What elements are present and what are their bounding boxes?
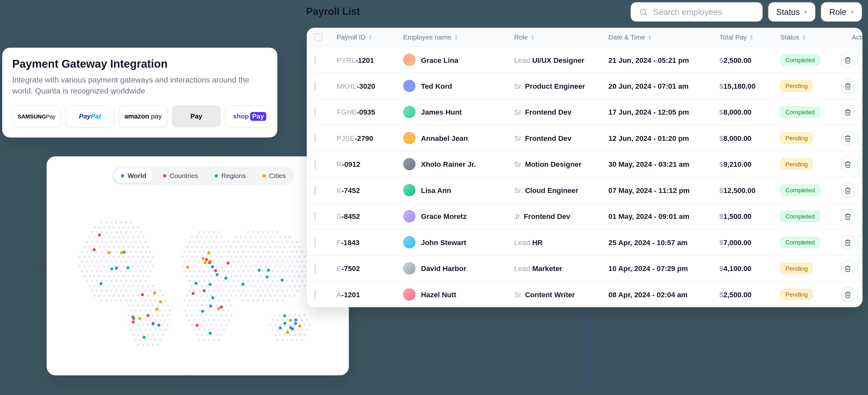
more-button[interactable] <box>858 53 863 67</box>
delete-button[interactable] <box>841 79 854 93</box>
map-tab-countries[interactable]: Countries <box>156 169 205 183</box>
th-payroll-id[interactable]: Payroll ID▴▾ <box>337 33 403 41</box>
svg-point-582 <box>142 304 144 307</box>
svg-point-316 <box>96 270 98 272</box>
svg-point-712 <box>286 329 288 331</box>
svg-point-243 <box>149 260 152 263</box>
th-status[interactable]: Status▴▾ <box>780 33 841 41</box>
row-checkbox[interactable] <box>314 264 315 273</box>
svg-point-141 <box>284 246 286 248</box>
delete-button[interactable] <box>841 287 854 302</box>
search-placeholder: Search employees <box>653 7 722 17</box>
payment-logo[interactable]: Pay <box>172 105 221 128</box>
row-checkbox[interactable] <box>314 211 315 221</box>
svg-point-189 <box>93 256 95 258</box>
svg-point-365 <box>137 275 139 277</box>
map-tab-cities[interactable]: Cities <box>256 169 292 183</box>
th-role[interactable]: Role▴▾ <box>514 33 608 41</box>
pay-cell: $8,000.00 <box>719 134 780 142</box>
more-button[interactable] <box>858 287 863 302</box>
svg-point-234 <box>105 260 107 263</box>
svg-point-511 <box>108 295 110 297</box>
payroll-table: Payroll ID▴▾ Employee name▴▾ Role▴▾ Date… <box>307 28 863 307</box>
svg-point-504 <box>281 290 283 292</box>
svg-point-600 <box>140 309 142 311</box>
map-tab-world[interactable]: World <box>114 169 153 183</box>
th-date-time[interactable]: Date & Time▴▾ <box>609 33 720 41</box>
row-checkbox[interactable] <box>314 290 315 299</box>
svg-point-385 <box>269 275 271 277</box>
filter-role[interactable]: Role ▾ <box>821 2 862 22</box>
svg-point-554 <box>140 299 142 302</box>
row-checkbox[interactable] <box>314 81 315 91</box>
delete-button[interactable] <box>841 183 854 197</box>
svg-point-798 <box>202 257 205 260</box>
delete-button[interactable] <box>841 53 854 67</box>
payment-logo[interactable]: SAMSUNG Pay <box>12 105 61 128</box>
payment-logo[interactable]: shopPay <box>225 105 267 128</box>
delete-button[interactable] <box>841 105 854 120</box>
svg-point-522 <box>162 295 164 297</box>
svg-point-772 <box>132 321 135 324</box>
more-button[interactable] <box>858 209 863 224</box>
delete-button[interactable] <box>841 131 854 145</box>
delete-button[interactable] <box>841 157 854 172</box>
more-button[interactable] <box>858 105 863 120</box>
svg-point-1 <box>105 221 107 223</box>
svg-point-122 <box>191 246 193 248</box>
more-button[interactable] <box>858 261 863 276</box>
payroll-id: A-1201 <box>337 290 403 298</box>
more-button[interactable] <box>858 157 863 172</box>
svg-point-423 <box>267 280 269 282</box>
svg-point-378 <box>235 275 237 277</box>
delete-button[interactable] <box>841 261 854 276</box>
row-checkbox[interactable] <box>314 238 315 247</box>
th-total-pay[interactable]: Total Pay▴▾ <box>719 33 780 41</box>
more-button[interactable] <box>858 79 863 93</box>
svg-point-481 <box>145 290 147 292</box>
svg-point-710 <box>276 329 279 331</box>
svg-point-818 <box>155 307 158 310</box>
svg-point-258 <box>252 260 254 263</box>
search-input[interactable]: Search employees <box>630 2 763 22</box>
more-button[interactable] <box>858 131 863 145</box>
svg-point-339 <box>238 270 240 272</box>
delete-button[interactable] <box>841 209 854 224</box>
row-checkbox[interactable] <box>314 159 315 169</box>
row-checkbox[interactable] <box>314 55 315 64</box>
payroll-id: MKHL-3020 <box>337 82 403 90</box>
more-button[interactable] <box>858 183 863 197</box>
select-all-checkbox[interactable] <box>314 33 322 41</box>
role-cell: Sr. Motion Designer <box>514 160 608 168</box>
svg-point-372 <box>205 275 208 277</box>
svg-point-297 <box>235 265 237 267</box>
svg-point-530 <box>220 295 222 297</box>
more-button[interactable] <box>858 235 863 250</box>
svg-point-529 <box>215 295 218 297</box>
svg-point-182 <box>291 251 293 253</box>
filter-status[interactable]: Status ▾ <box>768 2 815 22</box>
row-checkbox[interactable] <box>314 186 315 195</box>
delete-button[interactable] <box>841 235 854 250</box>
status-cell: Pending <box>780 263 841 274</box>
svg-point-577 <box>276 299 279 302</box>
svg-point-186 <box>79 256 81 258</box>
map-tab-regions[interactable]: Regions <box>208 169 252 183</box>
svg-point-406 <box>145 280 147 282</box>
svg-point-324 <box>135 270 137 272</box>
svg-point-215 <box>245 256 247 258</box>
payment-logo[interactable]: amazon pay <box>119 105 167 128</box>
svg-point-169 <box>227 251 229 253</box>
trash-icon <box>844 56 851 63</box>
svg-point-520 <box>152 295 154 297</box>
svg-point-89 <box>213 241 215 243</box>
row-checkbox[interactable] <box>314 107 315 117</box>
trash-icon <box>844 187 851 194</box>
svg-point-428 <box>291 280 293 282</box>
th-employee-name[interactable]: Employee name▴▾ <box>403 33 514 41</box>
payment-logo[interactable]: PayPal <box>65 105 114 128</box>
payroll-header: Payroll List Search employees Status ▾ R… <box>306 2 862 22</box>
svg-point-10 <box>108 226 110 228</box>
row-checkbox[interactable] <box>314 133 315 143</box>
svg-point-779 <box>280 278 283 282</box>
